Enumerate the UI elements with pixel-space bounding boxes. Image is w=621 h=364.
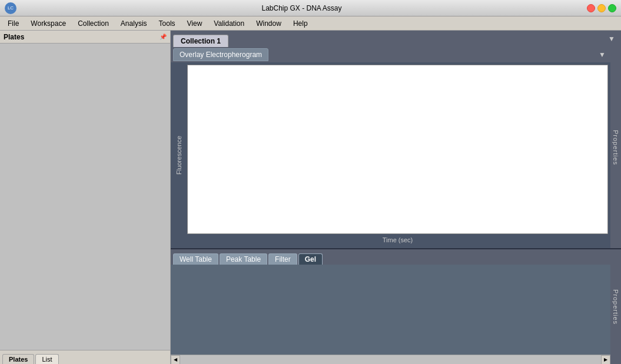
menu-tools[interactable]: Tools — [154, 18, 181, 29]
upper-main: Overlay Electropherogram ▼ Fluorescence … — [171, 47, 610, 248]
maximize-button[interactable] — [608, 4, 616, 12]
title-bar: LC LabChip GX - DNA Assay — [0, 0, 621, 16]
minimize-button[interactable] — [597, 4, 606, 12]
left-panel-title: Plates — [4, 33, 24, 41]
window-controls — [587, 4, 616, 12]
bottom-content — [171, 265, 610, 355]
collection-tab[interactable]: Collection 1 — [173, 35, 228, 47]
properties-label-lower: Properties — [612, 289, 619, 324]
menu-view[interactable]: View — [182, 18, 208, 29]
tab-list[interactable]: List — [35, 354, 58, 364]
scroll-left-arrow[interactable]: ◀ — [171, 355, 180, 365]
y-axis-label: Fluorescence — [175, 136, 182, 175]
bottom-section: Well Table Peak Table Filter Gel ◀ ▶ Pro… — [171, 249, 621, 364]
properties-label-upper: Properties — [612, 130, 619, 165]
chart-collapse-icon[interactable]: ▼ — [596, 51, 608, 59]
chart-header: Overlay Electropherogram ▼ — [171, 47, 610, 62]
menu-file[interactable]: File — [2, 18, 24, 29]
tab-plates[interactable]: Plates — [2, 354, 34, 364]
left-panel: Plates 📌 Plates List — [0, 31, 171, 364]
bottom-scrollbar: ◀ ▶ — [171, 355, 610, 364]
bottom-main: Well Table Peak Table Filter Gel ◀ ▶ — [171, 249, 610, 364]
menu-validation[interactable]: Validation — [208, 18, 250, 29]
menu-collection[interactable]: Collection — [72, 18, 114, 29]
left-panel-header: Plates 📌 — [0, 31, 170, 44]
x-axis-label: Time (sec) — [187, 234, 608, 246]
tab-gel[interactable]: Gel — [298, 253, 323, 265]
pin-icon[interactable]: 📌 — [160, 34, 167, 40]
left-panel-content — [0, 44, 170, 350]
upper-section: Overlay Electropherogram ▼ Fluorescence … — [171, 47, 621, 249]
properties-sidebar-upper[interactable]: Properties — [610, 47, 621, 248]
properties-sidebar-lower[interactable]: Properties — [610, 249, 621, 364]
menu-help[interactable]: Help — [288, 18, 313, 29]
tab-well-table[interactable]: Well Table — [173, 253, 218, 265]
y-axis-container: Fluorescence — [173, 65, 185, 246]
main-layout: Plates 📌 Plates List Collection 1 ▼ Over… — [0, 31, 621, 364]
chart-title: Overlay Electropherogram — [173, 48, 268, 61]
collection-tab-bar: Collection 1 ▼ — [171, 31, 621, 47]
chart-body: Fluorescence Time (sec) — [171, 62, 610, 248]
tab-peak-table[interactable]: Peak Table — [220, 253, 267, 265]
scroll-track[interactable] — [180, 355, 601, 365]
menu-analysis[interactable]: Analysis — [115, 18, 152, 29]
menu-window[interactable]: Window — [251, 18, 287, 29]
chart-plot-area: Time (sec) — [187, 65, 608, 246]
menu-bar: File Workspace Collection Analysis Tools… — [0, 16, 621, 31]
scroll-right-arrow[interactable]: ▶ — [601, 355, 610, 365]
menu-workspace[interactable]: Workspace — [25, 18, 71, 29]
chart-plot — [187, 65, 608, 234]
app-title: LabChip GX - DNA Assay — [16, 4, 587, 12]
tab-filter[interactable]: Filter — [268, 253, 297, 265]
app-logo: LC — [5, 2, 16, 14]
bottom-tab-bar: Well Table Peak Table Filter Gel — [171, 249, 610, 265]
close-button[interactable] — [587, 4, 595, 12]
left-panel-tabs: Plates List — [0, 350, 170, 364]
right-panel: Collection 1 ▼ Overlay Electropherogram … — [171, 31, 621, 364]
collection-dropdown-icon[interactable]: ▼ — [605, 35, 619, 43]
